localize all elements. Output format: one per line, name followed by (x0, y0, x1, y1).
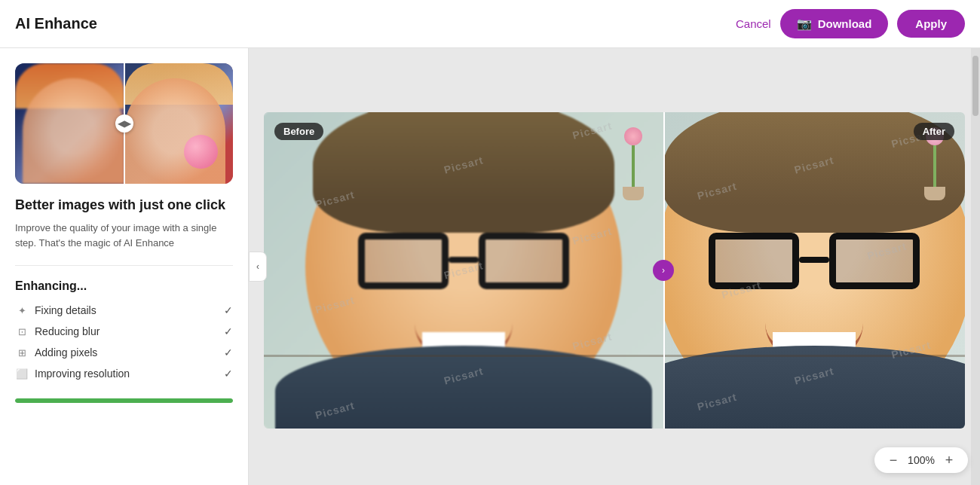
compare-split-handle[interactable]: › (653, 260, 674, 281)
before-side: Before Picsart Picsart Picsart Picsart P… (264, 112, 663, 429)
after-shoulder (663, 346, 965, 429)
sidebar-description: Improve the quality of your image with a… (15, 221, 233, 250)
sparkle-icon: ✦ (15, 304, 29, 317)
download-button[interactable]: 📷 Download (780, 9, 889, 38)
after-shelf (663, 355, 965, 357)
enhance-item-left-pixels: ⊞ Adding pixels (15, 346, 97, 359)
shelf (264, 355, 663, 357)
bubble-gum (184, 135, 218, 169)
zoom-level: 100% (908, 454, 935, 466)
check-icon-adding-pixels: ✓ (224, 346, 233, 358)
enhance-item-adding-pixels: ⊞ Adding pixels ✓ (15, 346, 233, 359)
after-side: After Picsart Picsart Picsart Picsart Pi… (663, 112, 965, 429)
before-blur-overlay (264, 112, 663, 429)
check-icon-fixing-details: ✓ (224, 304, 233, 316)
collapse-sidebar-button[interactable]: ‹ (249, 252, 267, 282)
flower-stem (632, 145, 635, 187)
enhancing-title: Enhancing... (15, 279, 233, 293)
sidebar-divider (15, 265, 233, 266)
after-glasses-right (829, 233, 920, 289)
progress-bar-fill (15, 398, 233, 403)
enhance-label-adding-pixels: Adding pixels (35, 346, 97, 358)
preview-inner: ◀▶ (15, 63, 233, 184)
flower-head (624, 127, 642, 145)
header: AI Enhance Cancel 📷 Download Apply (0, 0, 980, 48)
sidebar-title: Better images with just one click (15, 197, 233, 213)
before-face (264, 112, 663, 429)
after-label: After (914, 123, 954, 140)
after-glasses-left (709, 233, 799, 289)
enhance-item-reducing-blur: ⊡ Reducing blur ✓ (15, 325, 233, 338)
after-vase-body (924, 187, 945, 200)
blur-icon: ⊡ (15, 325, 29, 338)
check-icon-improving-resolution: ✓ (224, 368, 233, 380)
pixels-icon: ⊞ (15, 346, 29, 359)
resolution-icon: ⬜ (15, 367, 29, 380)
zoom-in-button[interactable]: + (941, 452, 957, 468)
apply-button[interactable]: Apply (897, 10, 965, 38)
scrollbar[interactable] (971, 48, 980, 485)
background-flower (611, 127, 656, 203)
enhance-label-reducing-blur: Reducing blur (35, 325, 100, 337)
zoom-controls: − 100% + (874, 447, 968, 473)
after-glasses (709, 233, 920, 297)
enhance-label-fixing-details: Fixing details (35, 304, 96, 316)
preview-right-side (124, 63, 234, 184)
enhance-item-fixing-details: ✦ Fixing details ✓ (15, 304, 233, 317)
download-icon: 📷 (797, 17, 812, 31)
cancel-button[interactable]: Cancel (736, 17, 771, 30)
preview-left-side (15, 63, 124, 184)
after-glasses-bridge (799, 257, 829, 263)
preview-split-handle[interactable]: ◀▶ (115, 114, 133, 133)
main-layout: ◀▶ Better images with just one click Imp… (0, 48, 980, 485)
zoom-out-button[interactable]: − (885, 452, 902, 468)
before-label: Before (274, 123, 323, 140)
enhance-item-left-blur: ⊡ Reducing blur (15, 325, 100, 338)
preview-face-right (124, 78, 226, 184)
progress-bar-container (15, 398, 233, 403)
enhance-item-left-resolution: ⬜ Improving resolution (15, 367, 130, 380)
image-compare-container: Before Picsart Picsart Picsart Picsart P… (264, 112, 965, 429)
check-icon-reducing-blur: ✓ (224, 325, 233, 337)
header-actions: Cancel 📷 Download Apply (736, 9, 965, 38)
enhance-list: ✦ Fixing details ✓ ⊡ Reducing blur ✓ ⊞ A… (15, 304, 233, 380)
enhance-item-improving-resolution: ⬜ Improving resolution ✓ (15, 367, 233, 380)
preview-face-left (23, 78, 124, 184)
scrollbar-thumb[interactable] (972, 56, 978, 116)
preview-image: ◀▶ (15, 63, 233, 184)
enhance-item-left: ✦ Fixing details (15, 304, 96, 317)
after-flower-stem (933, 145, 936, 187)
canvas-area: ‹ (249, 48, 980, 485)
vase-body (623, 187, 644, 200)
sidebar: ◀▶ Better images with just one click Imp… (0, 48, 249, 485)
enhance-label-improving-resolution: Improving resolution (35, 368, 130, 380)
page-title: AI Enhance (15, 15, 97, 32)
